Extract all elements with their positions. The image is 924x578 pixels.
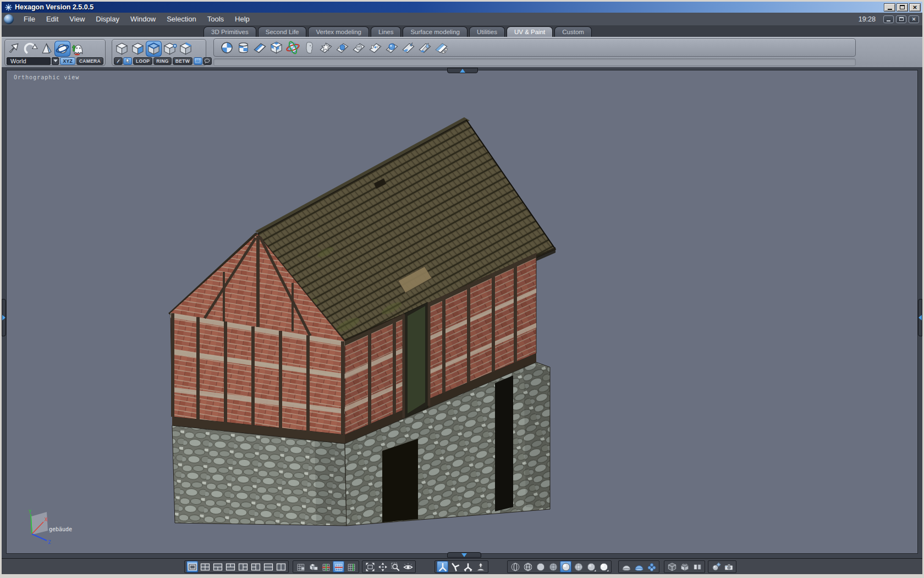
fit-view-button[interactable] (364, 561, 376, 572)
zoom-view-button[interactable] (389, 561, 401, 572)
bump-surface-tool[interactable] (384, 40, 400, 56)
pinch-surface-tool[interactable] (367, 40, 383, 56)
tab-second-life[interactable]: Second Life (258, 26, 307, 37)
star-stamp-tool[interactable] (318, 40, 334, 56)
menu-item-edit[interactable]: Edit (41, 13, 64, 25)
border-selection-mode[interactable] (178, 41, 194, 57)
axis-rotated-button[interactable] (449, 561, 461, 572)
snapshot-camera-button[interactable] (723, 561, 734, 572)
arrow-select-tool[interactable] (123, 57, 132, 65)
look-at-button[interactable] (402, 561, 414, 572)
layout-2-rows-button[interactable] (262, 561, 274, 572)
textured-shading-button[interactable] (573, 561, 584, 572)
dome-shaded-button[interactable] (633, 561, 645, 572)
tab-uv-paint[interactable]: UV & Paint (507, 26, 553, 37)
window-close-button[interactable]: ✕ (909, 15, 919, 23)
menu-item-tools[interactable]: Tools (202, 13, 229, 25)
tab-vertex-modeling[interactable]: Vertex modeling (308, 26, 369, 37)
layout-left1-right2-button[interactable] (237, 561, 249, 572)
minimize-button[interactable] (884, 3, 895, 12)
layout-top2-bottom1-button[interactable] (224, 561, 236, 572)
dome-backface-button[interactable] (620, 561, 632, 572)
loop-button[interactable]: LOOP (133, 57, 152, 65)
grid-paint-toggle[interactable] (295, 561, 306, 572)
smooth-shading-button[interactable] (560, 561, 571, 572)
xyz-toggle[interactable]: XYZ (60, 57, 75, 65)
grid-xy-plane-toggle[interactable] (333, 561, 344, 572)
ghost-cube-toggle[interactable] (666, 561, 678, 572)
uv-globe-unwrap-tool[interactable] (285, 40, 301, 56)
menu-item-display[interactable]: Display (90, 13, 125, 25)
world-selector[interactable]: World (7, 57, 51, 65)
collapse-top-panel-handle[interactable] (447, 68, 478, 73)
ghost-visibility-tool[interactable] (70, 41, 86, 57)
tab-utilities[interactable]: Utilities (469, 26, 505, 37)
drop-to-view-button[interactable] (475, 561, 486, 572)
sphere-manipulator-tool[interactable] (54, 41, 70, 57)
paint-brush-tool[interactable] (400, 40, 416, 56)
menu-item-file[interactable]: File (18, 13, 41, 25)
rectangle-select-tool[interactable] (194, 57, 202, 65)
lasso-select-tool[interactable] (203, 57, 212, 65)
cylindrical-projection-tool[interactable] (235, 40, 251, 56)
inflate-surface-tool[interactable] (334, 40, 350, 56)
cubic-projection-tool[interactable] (268, 40, 284, 56)
smudge-surface-tool[interactable] (351, 40, 367, 56)
hidden-line-mode-button[interactable] (522, 561, 534, 572)
shaded-wireframe-button[interactable] (547, 561, 559, 572)
tab-custom[interactable]: Custom (554, 26, 592, 37)
pan-view-button[interactable] (377, 561, 388, 572)
betw-button[interactable]: BETW (173, 57, 193, 65)
paint-select-tool[interactable] (114, 57, 123, 65)
collapse-left-panel-handle[interactable] (2, 299, 6, 336)
cone-manipulator-tool[interactable] (38, 41, 54, 57)
unfold-head-tool[interactable] (301, 40, 317, 56)
tab-3d-primitives[interactable]: 3D Primitives (204, 26, 256, 37)
layout-single-button[interactable] (186, 561, 198, 572)
menu-item-selection[interactable]: Selection (161, 13, 201, 25)
spherical-projection-tool[interactable] (219, 40, 235, 56)
side-panels-toggle[interactable] (691, 561, 703, 572)
render-controls (708, 560, 736, 573)
tab-surface-modeling[interactable]: Surface modeling (403, 26, 468, 37)
layout-2-columns-button[interactable] (275, 561, 287, 572)
vertex-selection-mode[interactable] (162, 41, 178, 57)
menu-item-window[interactable]: Window (125, 13, 161, 25)
grid-yz-plane-toggle[interactable] (345, 561, 357, 572)
render-button[interactable] (710, 561, 722, 572)
axis-free-button[interactable] (462, 561, 474, 572)
face-selection-mode[interactable] (130, 41, 146, 57)
maximize-button[interactable] (897, 3, 908, 12)
open-box-toggle[interactable] (679, 561, 690, 572)
edge-selection-mode[interactable] (146, 41, 162, 57)
flat-shading-button[interactable] (535, 561, 546, 572)
collapse-bottom-panel-handle[interactable] (447, 552, 481, 558)
window-minimize-button[interactable] (883, 15, 894, 23)
ring-button[interactable]: RING (153, 57, 171, 65)
menu-item-view[interactable]: View (64, 13, 90, 25)
bright-shading-button[interactable] (598, 561, 609, 572)
grid-xz-plane-toggle[interactable] (320, 561, 332, 572)
select-arrow-tool[interactable] (7, 41, 23, 57)
tab-lines[interactable]: Lines (371, 26, 402, 37)
planar-projection-tool[interactable] (252, 40, 268, 56)
uv-transform-tool[interactable] (433, 40, 449, 56)
layout-quad-button[interactable] (199, 561, 211, 572)
window-maximize-button[interactable] (896, 15, 906, 23)
multi-object-button[interactable] (646, 561, 657, 572)
close-button[interactable]: ✕ (909, 3, 921, 12)
matte-shading-button[interactable] (585, 561, 597, 572)
rotate-arrow-tool[interactable] (23, 41, 38, 57)
menu-item-help[interactable]: Help (229, 13, 255, 25)
collapse-right-panel-handle[interactable] (918, 299, 922, 336)
axis-tripod-button[interactable] (437, 561, 448, 572)
object-selection-mode[interactable] (114, 41, 130, 57)
viewport-canvas[interactable]: Orthographic view Y X Z gebäude (6, 70, 918, 554)
wireframe-mode-button[interactable] (509, 561, 521, 572)
layout-left2-right1-button[interactable] (250, 561, 261, 572)
paint-tube-tool[interactable] (417, 40, 433, 56)
grid-lock-toggle[interactable] (307, 561, 319, 572)
camera-toggle[interactable]: CAMERA (76, 57, 103, 65)
layout-top1-bottom2-button[interactable] (212, 561, 223, 572)
world-dropdown-button[interactable] (52, 57, 59, 65)
